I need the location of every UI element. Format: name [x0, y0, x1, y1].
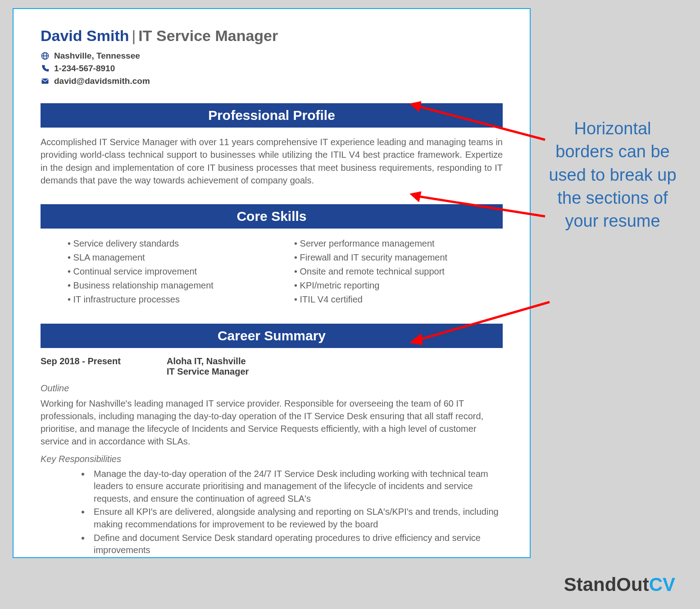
svg-marker-9 [410, 334, 423, 345]
resume-card: David Smith|IT Service Manager Nashville… [13, 8, 531, 558]
outline-label: Outline [41, 383, 503, 394]
skills-left-list: Service delivery standardsSLA management… [68, 237, 276, 307]
arrow-icon [405, 189, 550, 225]
responsibility-item: Ensure all KPI's are delivered, alongsid… [90, 506, 503, 531]
annotation-callout: Horizontal borders can be used to break … [543, 117, 682, 233]
responsibility-item: Mentor and develop the wider team to cre… [90, 558, 503, 558]
svg-line-8 [417, 302, 550, 340]
divider-pipe: | [132, 27, 136, 44]
svg-rect-3 [42, 78, 49, 84]
brand-part2: CV [649, 574, 675, 595]
arrow-icon [405, 298, 554, 347]
skill-item: Business relationship management [68, 279, 276, 293]
responsibility-item: Manage the day-to-day operation of the 2… [90, 468, 503, 505]
globe-icon [41, 51, 50, 60]
outline-text: Working for Nashville's leading managed … [41, 397, 503, 448]
contact-phone: 1-234-567-8910 [41, 64, 503, 73]
svg-marker-5 [410, 101, 421, 112]
email-text: david@davidsmith.com [54, 76, 150, 86]
responsibility-item: Define and document Service Desk standar… [90, 532, 503, 557]
candidate-title: IT Service Manager [138, 27, 278, 44]
skill-item: Firewall and IT security management [294, 251, 503, 265]
skill-item: Continual service improvement [68, 265, 276, 279]
skills-columns: Service delivery standardsSLA management… [41, 237, 503, 307]
skill-item: Service delivery standards [68, 237, 276, 251]
phone-icon [41, 64, 50, 73]
email-icon [41, 77, 50, 86]
skill-item: IT infrastructure processes [68, 293, 276, 307]
skill-item: KPI/metric reporting [294, 279, 503, 293]
job-company: Aloha IT, Nashville [167, 356, 503, 366]
job-role: IT Service Manager [167, 366, 503, 377]
responsibilities-label: Key Responsibilities [41, 454, 503, 464]
skill-item: Server performance management [294, 237, 503, 251]
contact-location: Nashville, Tennessee [41, 51, 503, 61]
job-dates: Sep 2018 - Present [41, 356, 167, 377]
job-header: Sep 2018 - Present Aloha IT, Nashville I… [41, 356, 503, 377]
skills-right-list: Server performance managementFirewall an… [294, 237, 503, 307]
brand-logo: StandOutCV [564, 574, 675, 595]
responsibilities-list: Manage the day-to-day operation of the 2… [41, 468, 503, 558]
name-title-line: David Smith|IT Service Manager [41, 27, 503, 45]
arrow-icon [405, 99, 550, 144]
phone-text: 1-234-567-8910 [54, 64, 115, 73]
svg-marker-7 [410, 192, 421, 202]
contact-email: david@davidsmith.com [41, 76, 503, 86]
skill-item: SLA management [68, 251, 276, 265]
location-text: Nashville, Tennessee [54, 51, 140, 61]
brand-part1: StandOut [564, 574, 649, 595]
skill-item: Onsite and remote technical support [294, 265, 503, 279]
candidate-name: David Smith [41, 27, 129, 44]
svg-line-4 [417, 106, 545, 140]
svg-line-6 [417, 196, 545, 216]
